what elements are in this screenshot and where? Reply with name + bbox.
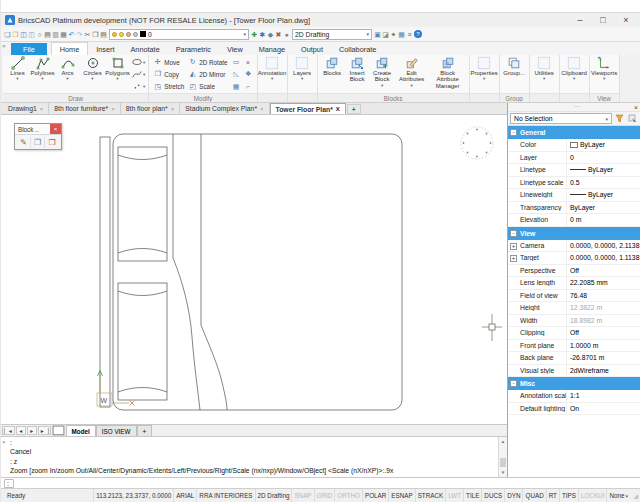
panel-close-icon[interactable]: ×	[634, 103, 638, 112]
tab-output[interactable]: Output	[293, 43, 331, 55]
status-coordinates[interactable]: 113.2123, 23.3737, 0.0000	[93, 489, 173, 502]
section-general[interactable]: -General	[508, 126, 640, 139]
explorer-icon[interactable]: ●	[283, 29, 290, 40]
status-tips-toggle[interactable]: TIPS	[559, 489, 578, 502]
property-row-back-plane[interactable]: Back plane-26.8701 m	[508, 352, 640, 365]
expand-icon[interactable]: +	[510, 255, 517, 262]
doc-tab-8th-floor-plan[interactable]: 8th floor plan*×	[121, 103, 180, 114]
property-row-lens-length[interactable]: Lens length22.2085 mm	[508, 277, 640, 290]
new-icon[interactable]: ❏	[4, 29, 11, 40]
status-text-style[interactable]: ARIAL	[173, 489, 196, 502]
layout-nav-icon[interactable]: ▏◄	[2, 426, 15, 435]
tab-annotate[interactable]: Annotate	[122, 43, 167, 55]
doc-tab-drawing1[interactable]: Drawing1×	[3, 103, 49, 114]
property-value-linetype-scale[interactable]: 0.5	[566, 177, 640, 189]
create-block-button[interactable]: Create Block▾	[370, 56, 395, 93]
modify-scale-button[interactable]: ◰Scale	[188, 81, 227, 92]
tab-manage[interactable]: Manage	[251, 43, 293, 55]
tab-close-icon[interactable]: ×	[171, 106, 175, 112]
section-misc[interactable]: -Misc	[508, 377, 640, 390]
property-value-visual-style[interactable]: 2dWireframe	[566, 365, 640, 377]
property-value-width[interactable]: 18.8982 m	[566, 315, 640, 327]
workspace-dropdown[interactable]: 2D Drafting ▾	[292, 29, 372, 40]
resize-grip-icon[interactable]: ◢	[630, 492, 638, 499]
plot-icon[interactable]: ▤	[44, 29, 51, 40]
property-row-width[interactable]: Width18.8982 m	[508, 315, 640, 328]
property-row-linetype-scale[interactable]: Linetype scale0.5	[508, 177, 640, 190]
status-strack-toggle[interactable]: STRACK	[415, 489, 446, 502]
status-snap-toggle[interactable]: SNAP	[291, 489, 313, 502]
property-row-target[interactable]: +Target0.0000, 0.0000, 1.1138	[508, 252, 640, 265]
scroll-up-icon[interactable]: ▲	[501, 437, 505, 446]
property-value-lineweight[interactable]: ByLayer	[566, 189, 640, 201]
panel-close-icon[interactable]: ×	[2, 43, 6, 49]
plot-preview-icon[interactable]: ○	[36, 29, 43, 40]
draw-lines-button[interactable]: Lines▾	[5, 56, 30, 93]
property-value-perspective[interactable]: Off	[566, 265, 640, 277]
status-grid-toggle[interactable]: GRID	[314, 489, 335, 502]
edit-attributes-button[interactable]: Edit Attributes▾	[395, 56, 429, 93]
property-value-camera[interactable]: 0.0000, 0.0000, 2.1138	[566, 240, 640, 252]
status-lockui-toggle[interactable]: LOCKUI	[578, 489, 606, 502]
status-ortho-toggle[interactable]: ORTHO	[334, 489, 362, 502]
status-dim-style[interactable]: RRA INTERIORES	[196, 489, 254, 502]
style-icon[interactable]: ✦	[390, 29, 397, 40]
property-row-layer[interactable]: Layer0	[508, 152, 640, 165]
property-value-default-lighting[interactable]: On	[566, 403, 640, 415]
viewports-button[interactable]: Viewports▾	[592, 56, 617, 93]
draw-arcs-button[interactable]: Arcs▾	[55, 56, 80, 93]
command-close-icon[interactable]: ×	[2, 438, 6, 447]
layout-nav-icon[interactable]: ►	[27, 426, 37, 435]
point-icon[interactable]	[131, 82, 142, 92]
grid-icon[interactable]: ▦	[398, 29, 405, 40]
drawing-canvas[interactable]: W Block .. × ✎❐❒	[1, 115, 507, 424]
tab-close-icon[interactable]: ×	[260, 106, 264, 112]
property-row-front-plane[interactable]: Front plane1.0000 m	[508, 340, 640, 353]
property-value-back-plane[interactable]: -26.8701 m	[566, 352, 640, 364]
scroll-thumb[interactable]	[500, 458, 506, 467]
status-esnap-toggle[interactable]: ESNAP	[388, 489, 414, 502]
help-icon[interactable]: ?	[414, 30, 422, 38]
status-rt-toggle[interactable]: RT	[546, 489, 559, 502]
section-view[interactable]: -View	[508, 227, 640, 240]
property-row-clipping[interactable]: ClippingOff	[508, 327, 640, 340]
property-row-height[interactable]: Height12.3822 m	[508, 302, 640, 315]
property-value-elevation[interactable]: 0 m	[566, 214, 640, 226]
group-button[interactable]: Group...	[502, 56, 527, 93]
spline-icon[interactable]	[131, 69, 142, 79]
insert-block-button[interactable]: Insert Block	[345, 56, 370, 93]
display-icon[interactable]: ▣	[374, 29, 381, 40]
menu-icon[interactable]: ≡	[406, 29, 413, 40]
property-row-elevation[interactable]: Elevation0 m	[508, 214, 640, 227]
tab-view[interactable]: View	[219, 43, 251, 55]
properties-button[interactable]: Properties▾	[472, 56, 497, 93]
modify-tool-icon[interactable]: ◺	[231, 69, 242, 79]
ellipse-icon[interactable]	[131, 57, 142, 67]
entity-snap-icon[interactable]: ✚	[251, 29, 258, 40]
tab-insert[interactable]: Insert	[88, 43, 122, 55]
command-scrollbar[interactable]: ▲ ▼	[498, 437, 507, 477]
layout-tab-iso-view[interactable]: ISO VIEW	[96, 425, 137, 436]
property-row-transparency[interactable]: TransparencyByLayer	[508, 202, 640, 215]
copy-icon[interactable]: ❐	[92, 29, 99, 40]
clipboard-button[interactable]: Clipboard▾	[562, 56, 587, 93]
status-lwt-toggle[interactable]: LWT	[445, 489, 463, 502]
property-row-visual-style[interactable]: Visual style2dWireframe	[508, 365, 640, 378]
property-value-color[interactable]: ByLayer	[566, 139, 640, 151]
drag-handle-icon[interactable]: ⋯	[574, 103, 580, 109]
collapse-icon[interactable]: -	[510, 380, 517, 387]
block-update-icon[interactable]: ❒	[45, 137, 59, 148]
layout-nav-icon[interactable]: ►▕	[38, 426, 51, 435]
etransmit-icon[interactable]: ▦	[60, 29, 67, 40]
maximize-button[interactable]: □	[593, 14, 613, 27]
property-row-default-lighting[interactable]: Default lightingOn	[508, 403, 640, 416]
property-row-color[interactable]: ColorByLayer	[508, 139, 640, 152]
minimize-button[interactable]: –	[570, 14, 590, 27]
property-row-field-of-view[interactable]: Field of view76.48	[508, 290, 640, 303]
doc-tab-tower-floor-plan[interactable]: Tower Floor Plan*X	[270, 103, 346, 114]
property-value-front-plane[interactable]: 1.0000 m	[566, 340, 640, 352]
doc-tab-stadium-complex-plan[interactable]: Stadium Complex Plan*×	[180, 103, 269, 114]
tab-close-icon[interactable]: X	[336, 106, 340, 112]
save-icon[interactable]: ◫	[20, 29, 27, 40]
tab-home[interactable]: Home	[51, 42, 88, 55]
